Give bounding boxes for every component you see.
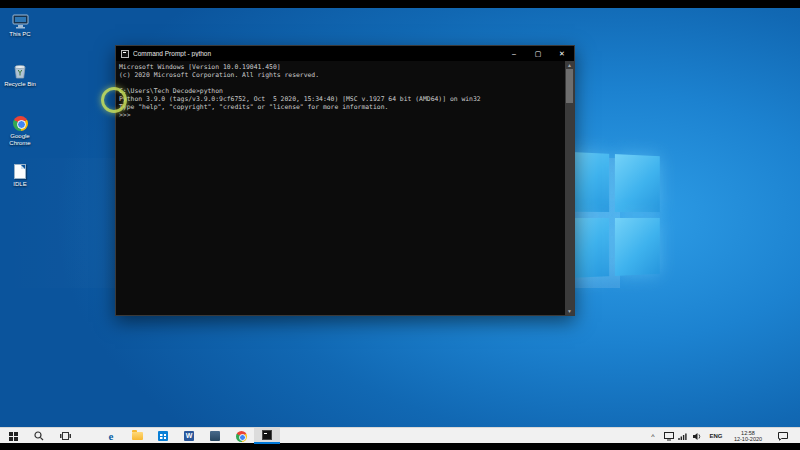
taskbar-app[interactable] <box>202 428 228 444</box>
minimize-button[interactable]: – <box>502 46 526 61</box>
tray-language-indicator[interactable]: ENG <box>706 428 726 444</box>
taskbar-word[interactable]: W <box>176 428 202 444</box>
this-pc-icon <box>10 12 30 30</box>
command-prompt-window: Command Prompt - python – ▢ ✕ Microsoft … <box>115 45 575 316</box>
tray-monitor[interactable] <box>662 428 676 444</box>
taskbar-chrome[interactable] <box>228 428 254 444</box>
scrollbar-thumb[interactable] <box>566 69 573 103</box>
volume-icon <box>692 432 702 441</box>
word-icon: W <box>184 431 194 441</box>
tray-network[interactable] <box>676 428 690 444</box>
document-icon <box>10 162 30 180</box>
desktop-icon-label: IDLE <box>2 181 38 188</box>
search-button[interactable] <box>26 428 52 444</box>
start-button[interactable] <box>0 428 26 444</box>
folder-icon <box>132 432 143 440</box>
terminal-line: Python 3.9.0 (tags/v3.9.0:9cf6752, Oct 5… <box>119 95 565 103</box>
chrome-icon <box>236 431 247 442</box>
action-center-button[interactable] <box>772 428 794 444</box>
terminal-prompt-line: >>> <box>119 111 565 119</box>
terminal-line <box>119 79 565 87</box>
terminal-line: (c) 2020 Microsoft Corporation. All righ… <box>119 71 565 79</box>
tray-clock[interactable]: 12:58 12-10-2020 <box>727 428 769 444</box>
terminal-line: Microsoft Windows [Version 10.0.19041.45… <box>119 63 565 71</box>
search-icon <box>34 431 44 441</box>
letterbox-bottom <box>0 443 800 450</box>
edge-icon: e <box>109 430 114 442</box>
window-titlebar[interactable]: Command Prompt - python – ▢ ✕ <box>116 46 574 61</box>
task-view-icon <box>60 431 71 441</box>
windows-logo-wallpaper <box>561 151 662 280</box>
terminal-scrollbar[interactable]: ▲ ▼ <box>565 61 574 315</box>
task-view-button[interactable] <box>52 428 78 444</box>
windows-start-icon <box>9 432 18 441</box>
scroll-up-arrow[interactable]: ▲ <box>565 61 574 69</box>
chrome-icon <box>10 114 30 132</box>
maximize-button[interactable]: ▢ <box>526 46 550 61</box>
window-title: Command Prompt - python <box>133 50 502 57</box>
taskbar-edge[interactable]: e <box>98 428 124 444</box>
store-icon <box>158 431 168 441</box>
terminal-output[interactable]: Microsoft Windows [Version 10.0.19041.45… <box>116 61 565 315</box>
close-button[interactable]: ✕ <box>550 46 574 61</box>
screen: This PC Recycle Bin Google Chrome IDLE <box>0 8 800 443</box>
desktop-icon-google-chrome[interactable]: Google Chrome <box>2 114 38 147</box>
desktop-icon-label: Recycle Bin <box>2 81 38 88</box>
taskbar-file-explorer[interactable] <box>124 428 150 444</box>
cmd-icon <box>262 430 272 440</box>
tray-volume[interactable] <box>690 428 704 444</box>
scrollbar-track[interactable] <box>565 69 574 307</box>
desktop-icon-label: This PC <box>2 31 38 38</box>
monitor-icon <box>664 432 674 441</box>
recycle-bin-icon <box>10 62 30 80</box>
desktop-icon-idle[interactable]: IDLE <box>2 162 38 188</box>
tray-show-hidden-icons[interactable]: ^ <box>646 428 660 444</box>
taskbar-store[interactable] <box>150 428 176 444</box>
desktop-icon-this-pc[interactable]: This PC <box>2 12 38 38</box>
taskbar: e W ^ <box>0 427 800 443</box>
terminal-line: C:\Users\Tech Decode>python <box>119 87 565 95</box>
taskbar-command-prompt-active[interactable] <box>254 428 280 444</box>
app-icon <box>210 431 220 441</box>
cmd-icon <box>121 50 129 58</box>
logo-pane <box>615 218 660 276</box>
scroll-down-arrow[interactable]: ▼ <box>565 307 574 315</box>
logo-pane <box>615 154 660 212</box>
network-icon <box>678 432 688 441</box>
clock-date: 12-10-2020 <box>734 436 762 442</box>
desktop-wallpaper[interactable]: This PC Recycle Bin Google Chrome IDLE <box>0 8 800 427</box>
desktop-icon-label: Google Chrome <box>2 133 38 147</box>
desktop-icon-recycle-bin[interactable]: Recycle Bin <box>2 62 38 88</box>
letterbox-top <box>0 0 800 8</box>
terminal-line: Type "help", "copyright", "credits" or "… <box>119 103 565 111</box>
notification-icon <box>778 432 788 441</box>
